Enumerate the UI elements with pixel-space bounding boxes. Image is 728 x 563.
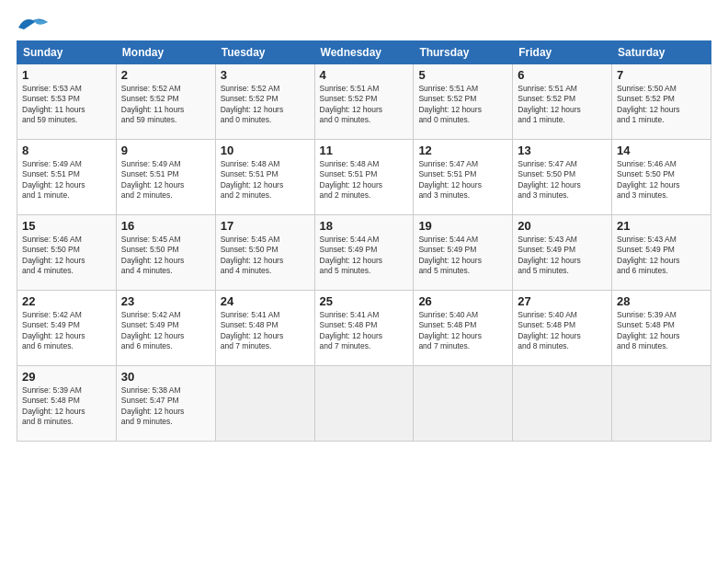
day-number: 9 (121, 144, 210, 157)
day-info: Sunrise: 5:44 AM Sunset: 5:49 PM Dayligh… (418, 235, 507, 277)
day-number: 5 (418, 68, 507, 82)
day-info: Sunrise: 5:41 AM Sunset: 5:48 PM Dayligh… (320, 310, 409, 352)
table-row: 25Sunrise: 5:41 AM Sunset: 5:48 PM Dayli… (314, 291, 414, 366)
table-row: 2Sunrise: 5:52 AM Sunset: 5:52 PM Daylig… (116, 64, 215, 140)
table-row: 19Sunrise: 5:44 AM Sunset: 5:49 PM Dayli… (414, 215, 513, 291)
logo-icon (17, 15, 50, 31)
table-row: 12Sunrise: 5:47 AM Sunset: 5:51 PM Dayli… (414, 140, 513, 215)
day-info: Sunrise: 5:39 AM Sunset: 5:48 PM Dayligh… (22, 385, 111, 428)
table-row: 29Sunrise: 5:39 AM Sunset: 5:48 PM Dayli… (17, 366, 117, 442)
day-number: 1 (22, 68, 111, 82)
day-info: Sunrise: 5:48 AM Sunset: 5:51 PM Dayligh… (320, 159, 409, 201)
day-info: Sunrise: 5:46 AM Sunset: 5:50 PM Dayligh… (22, 235, 111, 277)
day-number: 10 (221, 144, 310, 157)
calendar-body: 1Sunrise: 5:53 AM Sunset: 5:53 PM Daylig… (17, 64, 711, 442)
day-info: Sunrise: 5:49 AM Sunset: 5:51 PM Dayligh… (121, 159, 210, 201)
day-number: 13 (518, 144, 607, 157)
col-sunday: Sunday (17, 41, 117, 64)
day-number: 14 (617, 144, 706, 157)
table-row: 17Sunrise: 5:45 AM Sunset: 5:50 PM Dayli… (215, 215, 314, 291)
day-info: Sunrise: 5:43 AM Sunset: 5:49 PM Dayligh… (617, 235, 706, 277)
table-row: 4Sunrise: 5:51 AM Sunset: 5:52 PM Daylig… (314, 64, 414, 140)
table-row: 10Sunrise: 5:48 AM Sunset: 5:51 PM Dayli… (215, 140, 314, 215)
day-info: Sunrise: 5:52 AM Sunset: 5:52 PM Dayligh… (221, 84, 310, 126)
day-number: 19 (418, 219, 507, 233)
day-number: 30 (121, 370, 210, 384)
table-row (215, 366, 314, 442)
day-number: 3 (221, 68, 310, 82)
day-info: Sunrise: 5:53 AM Sunset: 5:53 PM Dayligh… (22, 84, 111, 126)
day-number: 27 (518, 294, 607, 308)
table-row: 16Sunrise: 5:45 AM Sunset: 5:50 PM Dayli… (116, 215, 215, 291)
table-row: 23Sunrise: 5:42 AM Sunset: 5:49 PM Dayli… (116, 291, 215, 366)
day-info: Sunrise: 5:50 AM Sunset: 5:52 PM Dayligh… (617, 84, 706, 126)
col-friday: Friday (513, 41, 612, 64)
day-info: Sunrise: 5:52 AM Sunset: 5:52 PM Dayligh… (121, 84, 210, 126)
day-number: 16 (121, 219, 210, 233)
calendar-week-4: 22Sunrise: 5:42 AM Sunset: 5:49 PM Dayli… (17, 291, 711, 366)
day-info: Sunrise: 5:45 AM Sunset: 5:50 PM Dayligh… (121, 235, 210, 277)
header (17, 17, 711, 31)
table-row: 24Sunrise: 5:41 AM Sunset: 5:48 PM Dayli… (215, 291, 314, 366)
table-row: 15Sunrise: 5:46 AM Sunset: 5:50 PM Dayli… (17, 215, 117, 291)
table-row (513, 366, 612, 442)
day-number: 18 (320, 219, 409, 233)
table-row: 30Sunrise: 5:38 AM Sunset: 5:47 PM Dayli… (116, 366, 215, 442)
col-saturday: Saturday (612, 41, 711, 64)
calendar-week-2: 8Sunrise: 5:49 AM Sunset: 5:51 PM Daylig… (17, 140, 711, 215)
table-row: 3Sunrise: 5:52 AM Sunset: 5:52 PM Daylig… (215, 64, 314, 140)
table-row: 1Sunrise: 5:53 AM Sunset: 5:53 PM Daylig… (17, 64, 117, 140)
day-number: 11 (320, 144, 409, 157)
table-row: 8Sunrise: 5:49 AM Sunset: 5:51 PM Daylig… (17, 140, 117, 215)
table-row (314, 366, 414, 442)
day-number: 8 (22, 144, 111, 157)
day-number: 24 (221, 294, 310, 308)
calendar-week-3: 15Sunrise: 5:46 AM Sunset: 5:50 PM Dayli… (17, 215, 711, 291)
table-row: 20Sunrise: 5:43 AM Sunset: 5:49 PM Dayli… (513, 215, 612, 291)
day-number: 2 (121, 68, 210, 82)
day-info: Sunrise: 5:39 AM Sunset: 5:48 PM Dayligh… (617, 310, 706, 352)
header-row: Sunday Monday Tuesday Wednesday Thursday… (17, 41, 711, 64)
day-info: Sunrise: 5:51 AM Sunset: 5:52 PM Dayligh… (418, 84, 507, 126)
col-tuesday: Tuesday (215, 41, 314, 64)
table-row: 21Sunrise: 5:43 AM Sunset: 5:49 PM Dayli… (612, 215, 711, 291)
day-info: Sunrise: 5:51 AM Sunset: 5:52 PM Dayligh… (518, 84, 607, 126)
day-info: Sunrise: 5:47 AM Sunset: 5:51 PM Dayligh… (418, 159, 507, 201)
day-info: Sunrise: 5:44 AM Sunset: 5:49 PM Dayligh… (320, 235, 409, 277)
table-row: 6Sunrise: 5:51 AM Sunset: 5:52 PM Daylig… (513, 64, 612, 140)
col-wednesday: Wednesday (314, 41, 414, 64)
day-number: 26 (418, 294, 507, 308)
table-row: 22Sunrise: 5:42 AM Sunset: 5:49 PM Dayli… (17, 291, 117, 366)
calendar-week-1: 1Sunrise: 5:53 AM Sunset: 5:53 PM Daylig… (17, 64, 711, 140)
table-row: 11Sunrise: 5:48 AM Sunset: 5:51 PM Dayli… (314, 140, 414, 215)
table-row: 27Sunrise: 5:40 AM Sunset: 5:48 PM Dayli… (513, 291, 612, 366)
table-row (612, 366, 711, 442)
page: Sunday Monday Tuesday Wednesday Thursday… (0, 0, 728, 563)
table-row: 18Sunrise: 5:44 AM Sunset: 5:49 PM Dayli… (314, 215, 414, 291)
table-row: 28Sunrise: 5:39 AM Sunset: 5:48 PM Dayli… (612, 291, 711, 366)
table-row: 26Sunrise: 5:40 AM Sunset: 5:48 PM Dayli… (414, 291, 513, 366)
day-info: Sunrise: 5:49 AM Sunset: 5:51 PM Dayligh… (22, 159, 111, 201)
day-number: 20 (518, 219, 607, 233)
table-row: 9Sunrise: 5:49 AM Sunset: 5:51 PM Daylig… (116, 140, 215, 215)
day-info: Sunrise: 5:45 AM Sunset: 5:50 PM Dayligh… (221, 235, 310, 277)
day-info: Sunrise: 5:43 AM Sunset: 5:49 PM Dayligh… (518, 235, 607, 277)
col-thursday: Thursday (414, 41, 513, 64)
table-row: 5Sunrise: 5:51 AM Sunset: 5:52 PM Daylig… (414, 64, 513, 140)
day-number: 22 (22, 294, 111, 308)
day-info: Sunrise: 5:47 AM Sunset: 5:50 PM Dayligh… (518, 159, 607, 201)
logo (17, 17, 50, 31)
table-row: 14Sunrise: 5:46 AM Sunset: 5:50 PM Dayli… (612, 140, 711, 215)
day-info: Sunrise: 5:46 AM Sunset: 5:50 PM Dayligh… (617, 159, 706, 201)
calendar-table: Sunday Monday Tuesday Wednesday Thursday… (17, 40, 711, 442)
day-number: 25 (320, 294, 409, 308)
col-monday: Monday (116, 41, 215, 64)
day-number: 6 (518, 68, 607, 82)
day-info: Sunrise: 5:38 AM Sunset: 5:47 PM Dayligh… (121, 385, 210, 428)
day-info: Sunrise: 5:42 AM Sunset: 5:49 PM Dayligh… (22, 310, 111, 352)
table-row: 7Sunrise: 5:50 AM Sunset: 5:52 PM Daylig… (612, 64, 711, 140)
day-number: 21 (617, 219, 706, 233)
day-number: 28 (617, 294, 706, 308)
day-number: 12 (418, 144, 507, 157)
day-number: 23 (121, 294, 210, 308)
